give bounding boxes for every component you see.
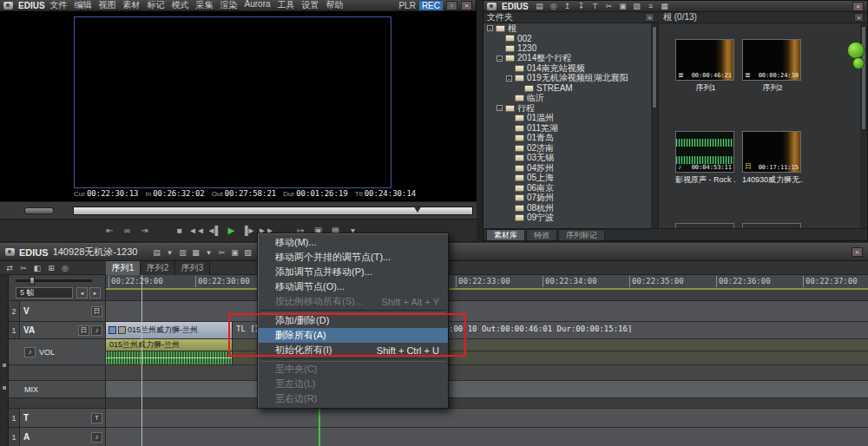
track-header-v[interactable]: 2 V 日: [9, 301, 105, 322]
audio-mute-icon[interactable]: ♪: [91, 432, 102, 443]
marker-lane[interactable]: [106, 288, 868, 301]
close-button[interactable]: ×: [461, 1, 472, 10]
expander-icon[interactable]: -: [496, 56, 503, 62]
cut-icon[interactable]: ✂: [603, 1, 615, 11]
track-lane-mix[interactable]: [106, 381, 868, 398]
dropdown-icon[interactable]: ▾: [202, 247, 214, 258]
sequence-tab[interactable]: 序列3: [175, 261, 210, 275]
folder-tree-item[interactable]: STREAM: [483, 83, 651, 94]
expander-icon[interactable]: -: [496, 105, 503, 111]
video-mute-icon[interactable]: 日: [78, 325, 89, 336]
context-menu-item[interactable]: 至右边(R): [258, 391, 448, 406]
shuttle-handle[interactable]: [24, 207, 54, 214]
rewind-button[interactable]: ◄◄: [187, 223, 205, 239]
bin-tab[interactable]: 特效: [526, 229, 557, 240]
menubar-item[interactable]: 渲染: [220, 0, 238, 11]
plr-label[interactable]: PLR: [398, 1, 415, 10]
rec-toggle[interactable]: REC: [419, 1, 443, 10]
move-down-icon[interactable]: ↧: [575, 1, 588, 11]
140930威力狮无...[interactable]: 日 00:17:11:15 140930威力狮无...: [742, 131, 803, 186]
context-menu-item[interactable]: 初始化所有(I) Shift + Ctrl + U: [258, 343, 448, 357]
menubar-item[interactable]: 模式: [172, 0, 189, 11]
track-lane-t[interactable]: [106, 409, 868, 428]
source-patch-strip[interactable]: [0, 275, 9, 446]
track-lane-a[interactable]: [106, 428, 868, 446]
stop-button[interactable]: ■: [170, 223, 187, 239]
context-menu-item[interactable]: 删除所有(A): [258, 328, 448, 343]
menubar-item[interactable]: 素材: [123, 0, 141, 11]
scrubber-bar[interactable]: [0, 201, 477, 219]
folder-tree-item[interactable]: 07扬州: [483, 193, 651, 204]
close-icon[interactable]: ×: [854, 13, 864, 22]
context-menu-item[interactable]: [258, 357, 448, 362]
expander-icon[interactable]: -: [506, 75, 512, 82]
menubar-item[interactable]: 视图: [99, 0, 116, 11]
close-button[interactable]: ×: [852, 247, 863, 257]
context-menu-item[interactable]: 移动(M)...: [258, 235, 448, 250]
folder-tree-item[interactable]: 05上海: [483, 174, 651, 184]
context-menu-item[interactable]: 按比例移动所有(S)... Shift + Alt + Y: [258, 294, 448, 309]
folder-tree-item[interactable]: 临沂: [483, 94, 651, 104]
play-button[interactable]: ►: [222, 223, 240, 239]
track-lane-audio-name[interactable]: 015兰州威力狮-兰州: [106, 339, 868, 351]
folder-tree-item[interactable]: - 行程: [483, 103, 651, 114]
scrubber-position-marker[interactable]: [413, 206, 422, 217]
folder-tree-item[interactable]: 01青岛: [483, 134, 651, 144]
copy-icon[interactable]: ▣: [617, 1, 629, 11]
menubar-item[interactable]: 文件: [50, 0, 68, 11]
set-in-button[interactable]: ⇤: [101, 223, 118, 239]
set-out-button[interactable]: ⇥: [135, 223, 153, 239]
影视原声 - Rock ...[interactable]: ♪ 00:04:53:11 影视原声 - Rock ...: [675, 131, 736, 186]
scrollbar-thumb[interactable]: [652, 26, 657, 108]
search-icon[interactable]: ◎: [548, 1, 560, 11]
序列1[interactable]: ≣ 00:00:46:21 序列1: [675, 39, 736, 94]
menubar-item[interactable]: 帮助: [326, 0, 344, 11]
menubar-item[interactable]: Aurora: [245, 0, 271, 11]
minimize-button[interactable]: ▫: [446, 1, 457, 10]
timescale-slider[interactable]: [16, 279, 92, 282]
track-header-t[interactable]: 1 T T: [9, 409, 105, 428]
list-view-icon[interactable]: ≡: [645, 1, 657, 11]
text-icon[interactable]: T: [589, 1, 602, 11]
open-project-icon[interactable]: ▥: [176, 247, 188, 258]
context-menu-item[interactable]: 至左边(L): [258, 377, 448, 391]
step-back-button[interactable]: ◄▌: [205, 223, 222, 239]
thumbnail-view-icon[interactable]: ▦: [659, 1, 671, 11]
folder-icon[interactable]: ▤: [534, 1, 546, 11]
menubar-item[interactable]: 标记: [148, 0, 165, 11]
context-menu-item[interactable]: 移动两个并排的调节点(T)...: [258, 250, 448, 265]
loop-button[interactable]: ∞: [118, 223, 135, 239]
timeline-clip-video[interactable]: 015兰州威力狮-兰州: [106, 322, 233, 338]
zoom-out-button[interactable]: ◂: [76, 287, 88, 298]
select-tool-icon[interactable]: ⇄: [3, 263, 16, 273]
track-header-vol[interactable]: ♪ VOL: [9, 339, 105, 365]
bin-tab[interactable]: 序列标记: [558, 229, 605, 240]
track-header-mix[interactable]: MIX: [9, 381, 105, 398]
copy-icon[interactable]: ▣: [228, 247, 240, 258]
sequence-tab[interactable]: 序列1: [106, 261, 141, 275]
folder-tree-item[interactable]: 04苏州: [483, 163, 651, 174]
folder-tree-item[interactable]: 08杭州: [483, 203, 651, 213]
timescale-value[interactable]: 5 帧: [16, 287, 73, 298]
folder-tree-item[interactable]: 002: [483, 34, 651, 44]
folder-tree-item[interactable]: - 根: [483, 23, 651, 34]
context-menu-item[interactable]: 移动调节点(O)...: [258, 279, 448, 294]
save-project-icon[interactable]: ▦: [189, 247, 201, 258]
track-lane-v[interactable]: [106, 301, 868, 322]
tree-scrollbar[interactable]: [651, 23, 658, 228]
folder-tree-item[interactable]: 09宁波: [483, 213, 651, 224]
zoom-in-button[interactable]: ▸: [89, 287, 101, 298]
timeline-tracks-area[interactable]: 00:22:29:0000:22:30:0000:22:31:0000:22:3…: [106, 275, 868, 446]
cut-icon[interactable]: ✂: [215, 247, 227, 258]
folder-tree-item[interactable]: 011芜湖: [483, 123, 651, 134]
序列2[interactable]: ≣ 00:00:24:30 序列2: [742, 39, 803, 94]
dropdown-icon[interactable]: ▾: [163, 247, 175, 258]
move-up-icon[interactable]: ↥: [562, 1, 574, 11]
track-header-a[interactable]: 1 A ♪: [9, 428, 105, 446]
snap-icon[interactable]: ◎: [59, 263, 71, 273]
close-button[interactable]: ×: [852, 2, 864, 11]
preview-monitor[interactable]: Cur00:22:30:13 In00:26:32:02 Out00:27:58…: [0, 11, 477, 201]
folder-tree-item[interactable]: - 019无机涂视频组湖北襄阳: [483, 74, 651, 84]
context-menu-item[interactable]: 至中央(C): [258, 362, 448, 377]
close-icon[interactable]: ×: [645, 13, 654, 22]
